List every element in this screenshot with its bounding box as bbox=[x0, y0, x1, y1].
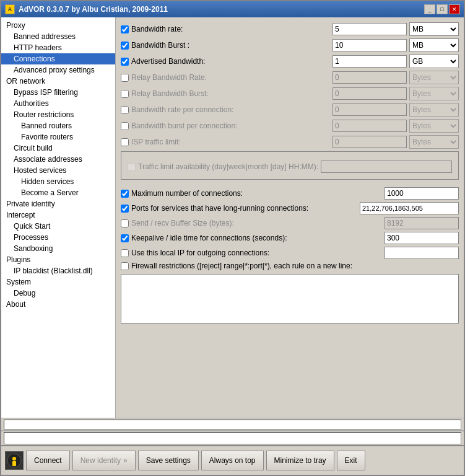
always-on-top-button[interactable]: Always on top bbox=[201, 451, 264, 470]
status-input[interactable] bbox=[4, 432, 461, 444]
sidebar-item-favorite-routers[interactable]: Favorite routers bbox=[1, 131, 115, 143]
firewall-restrictions-textarea[interactable] bbox=[121, 274, 459, 324]
bandwidth-burst-unit[interactable]: BytesKBMBGB bbox=[409, 38, 459, 52]
bandwidth-burst-per-conn-label: Bandwidth burst per connection: bbox=[121, 121, 330, 130]
close-button[interactable]: ✕ bbox=[449, 4, 460, 14]
sidebar-item-debug[interactable]: Debug bbox=[1, 288, 115, 299]
connect-button[interactable]: Connect bbox=[26, 451, 70, 470]
sidebar-item-advanced-proxy[interactable]: Advanced proxy settings bbox=[1, 64, 115, 76]
bandwidth-rate-unit[interactable]: BytesKBMBGB bbox=[409, 22, 459, 36]
sidebar-item-bypass-isp[interactable]: Bypass ISP filtering bbox=[1, 87, 115, 98]
sidebar-item-hosted-services[interactable]: Hosted services bbox=[1, 165, 115, 176]
bandwidth-rate-input[interactable] bbox=[332, 23, 407, 35]
ports-long-running-row: Ports for services that have long-runnin… bbox=[121, 202, 459, 214]
max-connections-input[interactable] bbox=[385, 187, 459, 200]
relay-bandwidth-rate-input bbox=[332, 71, 407, 84]
status-bar bbox=[1, 430, 464, 445]
bandwidth-rate-per-conn-checkbox[interactable] bbox=[121, 106, 129, 114]
isp-traffic-limit-input bbox=[332, 136, 407, 148]
keepalive-input[interactable] bbox=[385, 232, 459, 244]
bandwidth-burst-per-conn-unit: BytesKBMBGB bbox=[409, 119, 459, 133]
sidebar-item-banned-addresses[interactable]: Banned addresses bbox=[1, 31, 115, 42]
svg-rect-2 bbox=[12, 461, 16, 466]
sidebar-item-banned-routers[interactable]: Banned routers bbox=[1, 120, 115, 131]
advertised-bandwidth-checkbox[interactable] bbox=[121, 58, 129, 66]
max-connections-checkbox[interactable] bbox=[121, 190, 129, 198]
sidebar-item-system[interactable]: System bbox=[1, 276, 115, 288]
sidebar-item-http-headers[interactable]: HTTP headers bbox=[1, 42, 115, 53]
ports-long-running-checkbox[interactable] bbox=[121, 205, 129, 213]
firewall-restrictions-checkbox[interactable] bbox=[121, 262, 129, 270]
main-window: A AdVOR 0.3.0.7 by Albu Cristian, 2009-2… bbox=[0, 0, 465, 476]
bottom-bar bbox=[1, 418, 464, 430]
bandwidth-rate-per-conn-label: Bandwidth rate per connection: bbox=[121, 105, 330, 114]
relay-bandwidth-rate-row: Relay Bandwidth Rate: BytesKBMBGB bbox=[121, 71, 459, 84]
local-ip-input[interactable] bbox=[385, 247, 459, 259]
isp-traffic-limit-unit: BytesKBMBGB bbox=[409, 135, 459, 149]
ports-long-running-input[interactable] bbox=[360, 202, 459, 214]
sidebar-item-router-restrictions[interactable]: Router restrictions bbox=[1, 109, 115, 120]
bandwidth-burst-per-conn-checkbox[interactable] bbox=[121, 122, 129, 130]
relay-bandwidth-burst-checkbox[interactable] bbox=[121, 90, 129, 98]
isp-traffic-limit-row: ISP traffic limit: BytesKBMBGB bbox=[121, 135, 459, 149]
maximize-button[interactable]: □ bbox=[437, 4, 448, 14]
sidebar-item-private-identity[interactable]: Private identity bbox=[1, 198, 115, 209]
window-controls: _ □ ✕ bbox=[424, 4, 460, 14]
traffic-limit-availability-checkbox bbox=[128, 163, 136, 171]
bandwidth-rate-row: Bandwidth rate: BytesKBMBGB bbox=[121, 22, 459, 36]
bandwidth-burst-checkbox[interactable] bbox=[121, 42, 129, 50]
svg-point-1 bbox=[12, 457, 16, 461]
sidebar-item-ip-blacklist[interactable]: IP blacklist (Blacklist.dll) bbox=[1, 265, 115, 276]
keepalive-label: Keepalive / idle time for connections (s… bbox=[121, 234, 382, 242]
send-recv-buffer-checkbox[interactable] bbox=[121, 219, 129, 227]
sidebar-item-sandboxing[interactable]: Sandboxing bbox=[1, 243, 115, 254]
firewall-restrictions-section: Firewall restrictions ([reject] range|*:… bbox=[121, 262, 459, 325]
minimize-to-tray-button[interactable]: Minimize to tray bbox=[266, 451, 334, 470]
advertised-bandwidth-unit[interactable]: BytesKBMBGB bbox=[409, 55, 459, 68]
main-content: ProxyBanned addressesHTTP headersConnect… bbox=[1, 17, 464, 418]
keepalive-row: Keepalive / idle time for connections (s… bbox=[121, 232, 459, 244]
send-recv-buffer-label: Send / recv Buffer Size (bytes): bbox=[121, 219, 382, 227]
bandwidth-rate-checkbox[interactable] bbox=[121, 25, 129, 33]
footer: Connect New identity » Save settings Alw… bbox=[1, 445, 464, 475]
new-identity-button[interactable]: New identity » bbox=[72, 451, 136, 470]
advertised-bandwidth-input[interactable] bbox=[332, 55, 407, 68]
traffic-limit-availability-group: Traffic limit availability (day|week|mon… bbox=[121, 151, 459, 180]
sidebar-item-hidden-services[interactable]: Hidden services bbox=[1, 176, 115, 187]
tor-icon bbox=[5, 451, 24, 470]
app-icon: A bbox=[5, 4, 15, 14]
sidebar-item-about[interactable]: About bbox=[1, 299, 115, 310]
ports-long-running-label: Ports for services that have long-runnin… bbox=[121, 204, 357, 213]
local-ip-row: Use this local IP for outgoing connectio… bbox=[121, 247, 459, 259]
sidebar-item-associate-addresses[interactable]: Associate addresses bbox=[1, 154, 115, 165]
traffic-limit-availability-row: Traffic limit availability (day|week|mon… bbox=[125, 158, 454, 175]
relay-bandwidth-rate-unit: BytesKBMBGB bbox=[409, 71, 459, 84]
minimize-button[interactable]: _ bbox=[424, 4, 435, 14]
sidebar-item-processes[interactable]: Processes bbox=[1, 232, 115, 243]
status-progress-bar bbox=[4, 420, 461, 430]
exit-button[interactable]: Exit bbox=[337, 451, 365, 470]
relay-bandwidth-burst-row: Relay Bandwidth Burst: BytesKBMBGB bbox=[121, 87, 459, 100]
isp-traffic-limit-checkbox[interactable] bbox=[121, 138, 129, 146]
local-ip-checkbox[interactable] bbox=[121, 249, 129, 257]
sidebar-item-circuit-build[interactable]: Circuit build bbox=[1, 143, 115, 154]
bandwidth-rate-per-conn-row: Bandwidth rate per connection: BytesKBMB… bbox=[121, 103, 459, 117]
sidebar-item-proxy[interactable]: Proxy bbox=[1, 20, 115, 31]
sidebar-item-authorities[interactable]: Authorities bbox=[1, 98, 115, 109]
sidebar-item-connections[interactable]: Connections bbox=[1, 53, 115, 64]
relay-bandwidth-burst-label: Relay Bandwidth Burst: bbox=[121, 89, 330, 98]
bandwidth-burst-input[interactable] bbox=[332, 39, 407, 51]
relay-bandwidth-rate-checkbox[interactable] bbox=[121, 74, 129, 82]
advertised-bandwidth-row: Advertised Bandwidth: BytesKBMBGB bbox=[121, 55, 459, 68]
sidebar-item-quick-start[interactable]: Quick Start bbox=[1, 221, 115, 232]
save-settings-button[interactable]: Save settings bbox=[138, 451, 199, 470]
max-connections-label: Maximum number of connections: bbox=[121, 189, 382, 198]
local-ip-label: Use this local IP for outgoing connectio… bbox=[121, 249, 382, 257]
relay-bandwidth-burst-input bbox=[332, 87, 407, 100]
sidebar-item-or-network[interactable]: OR network bbox=[1, 76, 115, 87]
keepalive-checkbox[interactable] bbox=[121, 234, 129, 242]
sidebar-item-plugins[interactable]: Plugins bbox=[1, 254, 115, 265]
relay-bandwidth-rate-label: Relay Bandwidth Rate: bbox=[121, 73, 330, 82]
sidebar-item-intercept[interactable]: Intercept bbox=[1, 209, 115, 221]
sidebar-item-become-server[interactable]: Become a Server bbox=[1, 187, 115, 198]
